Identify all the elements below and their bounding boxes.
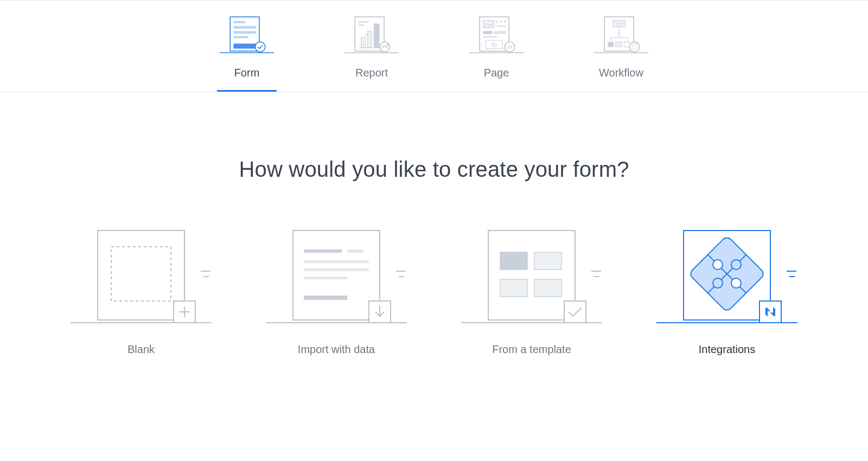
template-icon xyxy=(456,225,608,328)
import-icon xyxy=(260,225,412,328)
svg-rect-71 xyxy=(534,252,561,270)
svg-rect-25 xyxy=(483,31,492,34)
svg-rect-3 xyxy=(233,26,256,29)
svg-rect-27 xyxy=(483,36,497,38)
svg-point-17 xyxy=(380,42,390,52)
svg-point-14 xyxy=(366,33,369,36)
integrations-icon xyxy=(651,225,803,328)
svg-rect-72 xyxy=(500,279,527,297)
svg-rect-59 xyxy=(347,249,363,253)
svg-rect-24 xyxy=(497,25,506,27)
option-integrations-label: Integrations xyxy=(699,343,756,356)
svg-point-21 xyxy=(495,20,498,23)
svg-rect-74 xyxy=(564,301,586,323)
svg-rect-73 xyxy=(534,279,561,297)
option-integrations[interactable]: Integrations xyxy=(651,225,803,356)
tab-workflow-label: Workflow xyxy=(599,67,643,79)
main-content: How would you like to create your form? … xyxy=(0,92,868,356)
option-blank-label: Blank xyxy=(127,343,155,356)
tab-form-label: Form xyxy=(234,67,260,79)
svg-rect-42 xyxy=(608,42,614,47)
tab-report[interactable]: Report xyxy=(342,14,401,92)
svg-rect-15 xyxy=(374,23,380,48)
blank-icon xyxy=(65,225,217,328)
workflow-icon xyxy=(594,14,648,57)
page-heading: How would you like to create your form? xyxy=(0,157,868,182)
option-import[interactable]: Import with data xyxy=(260,225,412,356)
report-icon xyxy=(344,14,399,57)
svg-rect-44 xyxy=(624,42,630,47)
svg-rect-2 xyxy=(233,21,245,23)
svg-rect-33 xyxy=(613,20,626,27)
page-icon xyxy=(469,14,524,57)
svg-point-23 xyxy=(504,20,507,23)
svg-point-34 xyxy=(616,22,618,25)
tab-form[interactable]: Form xyxy=(217,14,277,92)
tab-workflow[interactable]: Workflow xyxy=(591,14,651,92)
svg-rect-12 xyxy=(361,37,366,48)
svg-rect-26 xyxy=(494,31,506,34)
svg-rect-63 xyxy=(304,296,347,300)
option-template-label: From a template xyxy=(492,343,571,356)
svg-rect-69 xyxy=(488,230,575,320)
svg-rect-86 xyxy=(760,301,781,323)
option-blank[interactable]: Blank xyxy=(65,225,217,356)
svg-rect-61 xyxy=(304,268,369,271)
top-tabs: Form Report xyxy=(0,0,868,92)
svg-rect-60 xyxy=(304,260,369,263)
option-import-label: Import with data xyxy=(298,343,375,356)
creation-options: Blank Im xyxy=(0,225,868,356)
svg-point-30 xyxy=(505,42,514,52)
option-template[interactable]: From a template xyxy=(456,225,608,356)
svg-rect-70 xyxy=(500,252,527,270)
svg-rect-20 xyxy=(483,20,494,28)
tab-report-label: Report xyxy=(355,67,388,79)
svg-point-35 xyxy=(620,22,623,25)
svg-point-37 xyxy=(618,33,621,35)
svg-rect-11 xyxy=(358,24,364,26)
svg-rect-6 xyxy=(233,43,256,48)
svg-rect-62 xyxy=(304,277,347,279)
tab-page[interactable]: Page xyxy=(467,14,526,92)
svg-rect-58 xyxy=(304,249,342,253)
svg-rect-43 xyxy=(616,42,622,47)
svg-rect-10 xyxy=(358,21,368,23)
svg-point-7 xyxy=(255,42,265,52)
tab-page-label: Page xyxy=(484,67,509,79)
svg-rect-57 xyxy=(293,230,380,320)
form-icon xyxy=(220,14,274,57)
svg-rect-5 xyxy=(233,36,248,39)
svg-point-22 xyxy=(500,20,502,23)
svg-rect-4 xyxy=(233,31,256,34)
